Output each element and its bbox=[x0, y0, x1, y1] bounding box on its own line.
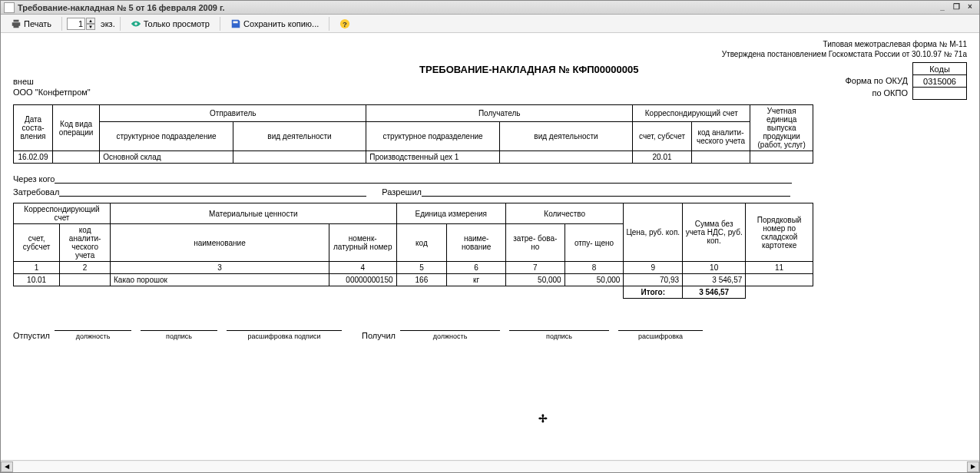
item-name: Какао порошок bbox=[111, 274, 329, 286]
form-meta: Типовая межотраслевая форма № М-11 Утвер… bbox=[13, 39, 967, 59]
items-table: Корреспондирующий счет Материальные ценн… bbox=[13, 203, 813, 299]
document-title: ТРЕБОВАНИЕ-НАКЛАДНАЯ № КФП00000005 bbox=[213, 64, 846, 75]
released-signature-line bbox=[141, 329, 217, 331]
hdr-account: счет, субсчет bbox=[633, 122, 692, 151]
item-sum: 3 546,57 bbox=[683, 274, 746, 286]
copies-input[interactable] bbox=[67, 18, 85, 30]
horizontal-scrollbar[interactable]: ◀ ▶ bbox=[1, 460, 979, 472]
val-receiver-struct: Производственный цех 1 bbox=[366, 151, 500, 164]
item-code: 166 bbox=[396, 274, 447, 286]
copies-spinner[interactable]: ▲ ▼ bbox=[67, 18, 95, 30]
item-unit-name: кг bbox=[447, 274, 506, 286]
total-label: Итого: bbox=[624, 286, 683, 299]
cap-decoding-1: расшифровка подписи bbox=[248, 332, 321, 340]
item-analytic bbox=[60, 274, 111, 286]
hdr-receiver-struct: структурное подразделение bbox=[366, 122, 500, 151]
view-only-label: Только просмотр bbox=[144, 19, 210, 28]
via-label: Через кого bbox=[13, 174, 55, 184]
hdr-corr: Корреспондирующий счет bbox=[633, 105, 750, 122]
toolbar: Печать ▲ ▼ экз. Только просмотр Сохранит… bbox=[1, 15, 979, 33]
form-meta-line2: Утверждена постановлением Госкомстата Ро… bbox=[13, 49, 967, 59]
okud-value: 0315006 bbox=[913, 75, 967, 88]
save-copy-button[interactable]: Сохранить копию... bbox=[225, 16, 324, 31]
scroll-left-button[interactable]: ◀ bbox=[1, 461, 13, 472]
save-icon bbox=[230, 18, 241, 29]
item-account: 10.01 bbox=[14, 274, 60, 286]
ih-released: отпу- щено bbox=[564, 224, 624, 262]
cap-position-2: должность bbox=[433, 332, 468, 340]
cap-signature-1: подпись bbox=[166, 332, 192, 340]
organization-name: ООО "Конфетпром" bbox=[13, 88, 846, 97]
hdr-receiver: Получатель bbox=[366, 105, 633, 122]
cap-decoding-2: расшифровка bbox=[638, 332, 683, 340]
ih-unit-name: наиме- нование bbox=[447, 224, 506, 262]
document-area[interactable]: Типовая межотраслевая форма № М-11 Утвер… bbox=[1, 33, 979, 460]
save-copy-label: Сохранить копию... bbox=[243, 19, 319, 28]
cursor-icon: ✢ bbox=[538, 412, 548, 425]
copies-label: экз. bbox=[101, 19, 115, 28]
allowed-line bbox=[422, 186, 790, 197]
okpo-value bbox=[913, 88, 967, 100]
spin-down-button[interactable]: ▼ bbox=[86, 24, 95, 30]
item-price: 70,93 bbox=[624, 274, 683, 286]
val-account: 20.01 bbox=[633, 151, 692, 164]
ih-qty: Количество bbox=[505, 203, 623, 224]
hdr-op-code: Код вида операции bbox=[53, 105, 100, 151]
requested-label: Затребовал bbox=[13, 187, 59, 197]
codes-table: Коды 0315006 bbox=[912, 62, 967, 100]
ih-nomen: номенк- латурный номер bbox=[329, 224, 396, 262]
hdr-sender-activity: вид деятельности bbox=[233, 122, 366, 151]
ih-sum: Сумма без учета НДС, руб. коп. bbox=[683, 203, 746, 262]
close-button[interactable]: × bbox=[964, 2, 976, 13]
ih-requested: затре- бова- но bbox=[505, 224, 564, 262]
ih-code: код bbox=[396, 224, 447, 262]
view-only-button[interactable]: Только просмотр bbox=[125, 16, 215, 31]
item-row: 10.01 Какао порошок 00000000150 166 кг 5… bbox=[14, 274, 813, 286]
help-button[interactable]: ? bbox=[334, 16, 356, 31]
ih-price: Цена, руб. коп. bbox=[624, 203, 683, 262]
spin-up-button[interactable]: ▲ bbox=[86, 18, 95, 24]
eye-icon bbox=[131, 18, 141, 29]
allowed-label: Разрешил bbox=[382, 187, 422, 197]
item-nomen: 00000000150 bbox=[329, 274, 396, 286]
val-sender-struct: Основной склад bbox=[100, 151, 233, 164]
scroll-track[interactable] bbox=[13, 461, 967, 472]
via-line bbox=[55, 173, 792, 184]
svg-text:?: ? bbox=[343, 19, 347, 28]
form-meta-line1: Типовая межотраслевая форма № М-11 bbox=[13, 39, 967, 49]
header-table: Дата соста- вления Код вида операции Отп… bbox=[13, 104, 813, 164]
print-button[interactable]: Печать bbox=[5, 16, 57, 31]
ih-corr: Корреспондирующий счет bbox=[14, 203, 111, 224]
item-requested: 50,000 bbox=[505, 274, 564, 286]
released-position-line bbox=[55, 329, 131, 331]
restore-button[interactable]: ❐ bbox=[950, 2, 962, 13]
ih-unit: Единица измерения bbox=[396, 203, 505, 224]
ih-account: счет, субсчет bbox=[14, 224, 60, 262]
received-decoding-line bbox=[618, 329, 703, 331]
window-title: Требование-накладная № 5 от 16 февраля 2… bbox=[18, 3, 936, 12]
hdr-sender-struct: структурное подразделение bbox=[100, 122, 233, 151]
okud-label: Форма по ОКУД bbox=[846, 74, 909, 87]
total-row: Итого: 3 546,57 bbox=[14, 286, 813, 299]
item-released: 50,000 bbox=[564, 274, 624, 286]
cap-signature-2: подпись bbox=[546, 332, 572, 340]
vnesh-label: внеш bbox=[13, 77, 846, 86]
header-data-row: 16.02.09 Основной склад Производственный… bbox=[14, 151, 813, 164]
hdr-sender: Отправитель bbox=[100, 105, 366, 122]
cap-position-1: должность bbox=[76, 332, 111, 340]
document-icon bbox=[4, 2, 15, 13]
released-decoding-line bbox=[227, 329, 342, 331]
titlebar: Требование-накладная № 5 от 16 февраля 2… bbox=[1, 1, 979, 15]
received-signature-line bbox=[509, 329, 609, 331]
received-position-line bbox=[400, 329, 500, 331]
received-label: Получил bbox=[362, 331, 396, 340]
print-icon bbox=[11, 18, 22, 29]
scroll-right-button[interactable]: ▶ bbox=[967, 461, 979, 472]
val-date: 16.02.09 bbox=[14, 151, 53, 164]
total-value: 3 546,57 bbox=[683, 286, 746, 299]
help-icon: ? bbox=[339, 18, 350, 29]
ih-materials: Материальные ценности bbox=[111, 203, 397, 224]
minimize-button[interactable]: _ bbox=[936, 2, 949, 13]
hdr-receiver-activity: вид деятельности bbox=[499, 122, 633, 151]
hdr-unit: Учетная единица выпуска продукции (работ… bbox=[750, 105, 813, 151]
